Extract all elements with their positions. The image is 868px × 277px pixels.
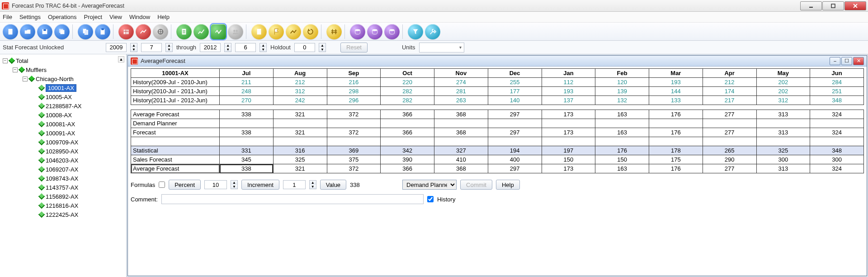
increment-input[interactable] xyxy=(283,180,306,189)
holdout-label: Holdout xyxy=(270,44,291,51)
month-header: Oct xyxy=(381,69,434,78)
toolbar-calendar-icon[interactable] xyxy=(118,24,134,39)
tree-item[interactable]: 100091-AX xyxy=(31,129,125,138)
holdout-input[interactable] xyxy=(294,43,315,52)
svg-rect-6 xyxy=(43,29,46,31)
units-combo[interactable] xyxy=(419,43,464,53)
menu-settings[interactable]: Settings xyxy=(19,14,41,20)
menu-help[interactable]: Help xyxy=(157,14,170,20)
toolbar-tools-icon[interactable] xyxy=(425,24,440,39)
toolbar-db3-icon[interactable] xyxy=(384,24,400,39)
window-minimize-button[interactable] xyxy=(800,1,822,10)
tree-item[interactable]: 1156892-AX xyxy=(31,192,125,201)
percent-input[interactable] xyxy=(204,180,227,189)
year-from-input[interactable] xyxy=(106,43,127,52)
toolbar-saveall-icon[interactable] xyxy=(54,24,70,39)
svg-point-22 xyxy=(233,29,236,32)
help-button[interactable]: Help xyxy=(496,180,520,190)
tree-item[interactable]: 1009709-AX xyxy=(31,138,125,147)
toolbar-db1-icon[interactable] xyxy=(350,24,365,39)
tree-item[interactable]: 1046203-AX xyxy=(31,156,125,165)
svg-point-25 xyxy=(355,29,360,31)
tree-item[interactable]: 1143757-AX xyxy=(31,183,125,192)
toolbar-save-icon[interactable] xyxy=(37,24,52,39)
tree-item[interactable]: 10001-AX xyxy=(31,83,125,92)
history-checkbox[interactable] xyxy=(427,196,434,202)
value-button[interactable]: Value xyxy=(320,180,346,190)
tree-item[interactable]: 10005-AX xyxy=(31,92,125,101)
row-select-dropdown[interactable]: Demand Planner xyxy=(402,180,457,190)
toolbar-doc-icon[interactable] xyxy=(176,24,192,39)
toolbar-hash-icon[interactable] xyxy=(326,24,342,39)
tree-item[interactable]: 10008-AX xyxy=(31,110,125,119)
percent-button[interactable]: Percent xyxy=(169,180,201,190)
tree-item[interactable]: 1098743-AX xyxy=(31,174,125,183)
table-row[interactable]: Average Forecast338321372366368297173163… xyxy=(131,110,864,119)
table-row[interactable]: Demand Planner xyxy=(131,119,864,128)
tree-item[interactable]: 1216816-AX xyxy=(31,201,125,210)
tree-node-total[interactable]: − Total xyxy=(1,56,125,65)
window-close-button[interactable] xyxy=(844,1,866,10)
reset-button[interactable]: Reset xyxy=(340,43,368,53)
month-header: Apr xyxy=(703,69,756,78)
toolbar-flag-icon[interactable] xyxy=(269,24,284,39)
toolbar-trend-icon[interactable] xyxy=(193,24,209,39)
tree-item[interactable]: 1028950-AX xyxy=(31,147,125,156)
tree-node-chicago-north[interactable]: − Chicago-North xyxy=(21,74,125,83)
toolbar-users-icon[interactable] xyxy=(228,24,243,39)
tree-node-mufflers[interactable]: − Mufflers xyxy=(11,65,125,74)
year-to-input[interactable] xyxy=(200,43,221,52)
table-row[interactable] xyxy=(131,137,864,146)
tree-scroll-up-icon[interactable]: ▲ xyxy=(118,56,124,62)
toolbar-paste-icon[interactable] xyxy=(95,24,110,39)
formulas-checkbox[interactable] xyxy=(159,181,165,188)
commit-button[interactable]: Commit xyxy=(460,180,492,190)
percent-spinner[interactable]: ▲▼ xyxy=(231,180,238,189)
table-row[interactable]: Statistical33131636934232719419717617826… xyxy=(131,146,864,155)
table-row[interactable]: Sales Forecast34532537539041040015015017… xyxy=(131,155,864,164)
month-to-input[interactable] xyxy=(235,43,256,52)
status-label: Stat Forecast Unlocked xyxy=(3,44,102,51)
year-from-spinner[interactable]: ▲▼ xyxy=(130,43,137,52)
increment-button[interactable]: Increment xyxy=(241,180,279,190)
panel-minimize-button[interactable]: − xyxy=(830,57,840,65)
tree-item[interactable]: 100081-AX xyxy=(31,119,125,129)
toolbar-db2-icon[interactable] xyxy=(367,24,382,39)
toolbar-forecast-icon[interactable] xyxy=(211,24,226,39)
panel-maximize-button[interactable]: ☐ xyxy=(841,57,852,65)
toolbar-new-icon[interactable] xyxy=(3,24,18,39)
menu-window[interactable]: Window xyxy=(129,14,150,20)
units-label: Units xyxy=(402,44,415,51)
panel-close-button[interactable]: ✕ xyxy=(853,57,864,65)
month-header: Sep xyxy=(327,69,381,78)
menu-project[interactable]: Project xyxy=(84,14,102,20)
toolbar-globe-icon[interactable] xyxy=(153,24,168,39)
table-row[interactable]: History(2011-Jul - 2012-Jun)270242296282… xyxy=(131,96,864,105)
month-from-spinner[interactable]: ▲▼ xyxy=(165,43,173,52)
holdout-spinner[interactable]: ▲▼ xyxy=(319,43,326,52)
toolbar-chart-icon[interactable] xyxy=(136,24,151,39)
toolbar-filter-icon[interactable] xyxy=(408,24,423,39)
toolbar-copy-icon[interactable] xyxy=(78,24,93,39)
table-row[interactable]: Forecast33832137236636829717316317627731… xyxy=(131,128,864,137)
toolbar-cycle-icon[interactable] xyxy=(303,24,318,39)
increment-spinner[interactable]: ▲▼ xyxy=(309,180,316,189)
tree-item[interactable]: 1069207-AX xyxy=(31,165,125,174)
year-to-spinner[interactable]: ▲▼ xyxy=(224,43,231,52)
window-maximize-button[interactable] xyxy=(822,1,844,10)
toolbar-sparkline-icon[interactable] xyxy=(286,24,301,39)
menu-operations[interactable]: Operations xyxy=(48,14,77,20)
menu-view[interactable]: View xyxy=(109,14,122,20)
toolbar-note-icon[interactable] xyxy=(251,24,267,39)
history-label: History xyxy=(437,196,455,203)
month-to-spinner[interactable]: ▲▼ xyxy=(259,43,267,52)
month-from-input[interactable] xyxy=(141,43,162,52)
table-row[interactable]: History(2009-Jul - 2010-Jun)211212216220… xyxy=(131,78,864,87)
tree-item[interactable]: 1222425-AX xyxy=(31,210,125,219)
toolbar-open-icon[interactable] xyxy=(20,24,35,39)
table-row[interactable]: Average Forecast338321372366368297173163… xyxy=(131,164,864,173)
comment-input[interactable] xyxy=(161,194,424,204)
table-row[interactable]: History(2010-Jul - 2011-Jun)248312298282… xyxy=(131,87,864,96)
menu-file[interactable]: File xyxy=(3,14,12,20)
tree-item[interactable]: 21288587-AX xyxy=(31,101,125,110)
